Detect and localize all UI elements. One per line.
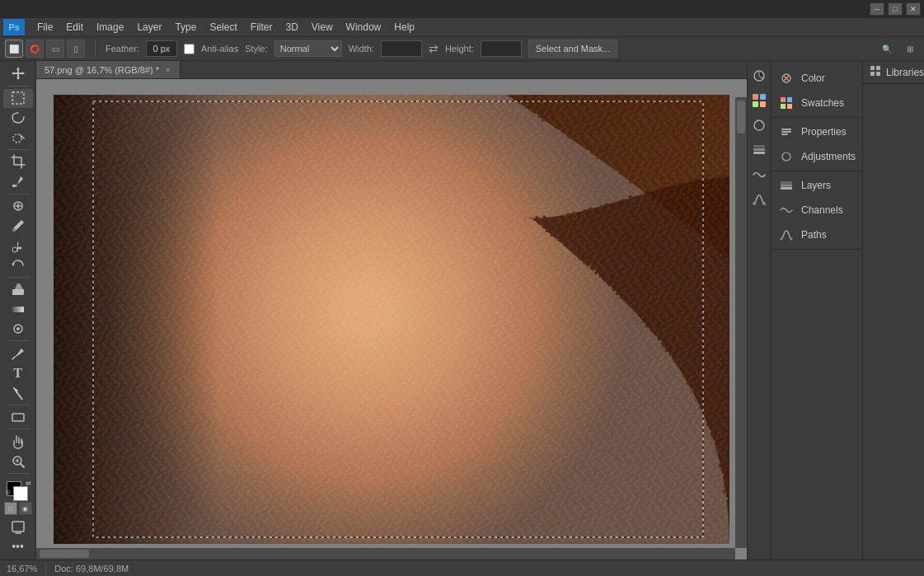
marquee-ellipse-btn[interactable]: ⭕ — [26, 40, 44, 58]
height-input[interactable] — [481, 40, 522, 57]
tool-type[interactable]: T — [3, 363, 33, 382]
menu-window[interactable]: Window — [340, 20, 387, 35]
menubar: Ps File Edit Image Layer Type Select Fil… — [0, 18, 924, 36]
menu-edit[interactable]: Edit — [60, 20, 89, 35]
panel-icon-paths[interactable] — [748, 188, 771, 211]
menu-layer[interactable]: Layer — [131, 20, 167, 35]
svg-rect-12 — [12, 522, 24, 532]
tool-eyedropper[interactable] — [3, 172, 33, 191]
panel-icon-layers[interactable] — [748, 138, 771, 162]
tool-pen[interactable] — [3, 344, 33, 363]
tool-zoom[interactable] — [3, 452, 33, 471]
width-input[interactable] — [381, 40, 422, 57]
tool-brush[interactable] — [3, 216, 33, 235]
panel-layout-icon[interactable]: ⊞ — [901, 40, 919, 58]
panel-row-channels[interactable]: Channels — [772, 198, 862, 222]
tool-quick-select[interactable] — [3, 128, 33, 147]
marquee-rect-btn[interactable]: ⬜ — [5, 40, 23, 58]
paths-label: Paths — [801, 229, 827, 241]
tool-dodge[interactable] — [3, 320, 33, 339]
marquee-col-btn[interactable]: ▯ — [67, 40, 85, 58]
scroll-thumb-horizontal[interactable] — [40, 550, 89, 558]
libraries-header[interactable]: Libraries ▲ — [863, 61, 924, 84]
panel-row-adjustments[interactable]: Adjustments — [772, 144, 862, 169]
tool-history-brush[interactable] — [3, 255, 33, 274]
svg-point-9 — [16, 327, 20, 330]
panel-icon-adjustments[interactable] — [748, 114, 771, 137]
panel-row-paths[interactable]: Paths — [772, 222, 862, 247]
menu-file[interactable]: File — [31, 20, 59, 35]
minimize-button[interactable]: ─ — [870, 2, 884, 16]
menu-type[interactable]: Type — [169, 20, 202, 35]
scroll-thumb-vertical[interactable] — [737, 101, 745, 133]
panel-icons-strip — [748, 61, 772, 560]
horizontal-scrollbar[interactable] — [36, 548, 735, 560]
app-logo: Ps — [3, 19, 25, 35]
style-label: Style: — [245, 44, 268, 54]
panel-row-properties[interactable]: Properties — [772, 119, 862, 144]
feather-input[interactable] — [146, 40, 177, 57]
color-label: Color — [801, 73, 825, 84]
svg-rect-7 — [12, 307, 24, 312]
menu-select[interactable]: Select — [204, 20, 242, 35]
canvas-scroll[interactable] — [36, 79, 747, 560]
quick-mask-btn[interactable]: ◉ — [19, 502, 32, 515]
close-button[interactable]: ✕ — [906, 2, 921, 16]
tool-marquee-rect[interactable] — [3, 89, 33, 108]
vertical-scrollbar[interactable] — [735, 97, 747, 548]
reset-colors-icon[interactable]: ⊙ — [5, 489, 11, 496]
svg-rect-31 — [781, 133, 788, 135]
panel-icon-channels[interactable] — [748, 163, 771, 186]
fg-bg-colors[interactable]: ⊙ ⇄ — [3, 478, 33, 498]
image-canvas[interactable] — [54, 95, 729, 544]
channels-label: Channels — [801, 204, 843, 216]
menu-image[interactable]: Image — [91, 20, 129, 35]
style-select[interactable]: Normal Fixed Ratio Fixed Size — [274, 40, 342, 57]
tool-screen-mode[interactable] — [3, 517, 33, 536]
tool-lasso[interactable] — [3, 109, 33, 128]
mask-buttons: □ ◉ — [2, 500, 34, 517]
swap-colors-icon[interactable]: ⇄ — [26, 480, 31, 487]
svg-point-4 — [12, 228, 16, 232]
background-color[interactable] — [13, 486, 28, 501]
panel-row-layers[interactable]: Layers — [772, 173, 862, 198]
panel-row-swatches[interactable]: Swatches — [772, 91, 862, 115]
tool-rectangle[interactable] — [3, 408, 33, 427]
svg-rect-30 — [781, 131, 791, 133]
restore-button[interactable]: □ — [888, 2, 903, 16]
tool-healing[interactable] — [3, 197, 33, 216]
main-area: T ⊙ ⇄ □ ◉ — [0, 61, 924, 560]
tool-eraser[interactable] — [3, 280, 33, 299]
antialias-checkbox[interactable] — [184, 44, 195, 54]
tool-separator4 — [7, 277, 30, 278]
svg-rect-34 — [781, 185, 792, 187]
standard-mode-btn[interactable]: □ — [4, 502, 17, 515]
search-icon[interactable]: 🔍 — [878, 40, 896, 58]
menu-filter[interactable]: Filter — [245, 20, 279, 35]
tool-clone-stamp[interactable] — [3, 236, 33, 255]
doc-size: Doc: 69,8M/69,8M — [54, 564, 129, 574]
menu-help[interactable]: Help — [388, 20, 420, 35]
panel-icon-swatches[interactable] — [748, 89, 771, 112]
menu-3d[interactable]: 3D — [279, 20, 303, 35]
select-mask-button[interactable]: Select and Mask... — [528, 40, 618, 58]
panel-section-properties-adjustments: Properties Adjustments — [772, 118, 862, 171]
panel-icon-color[interactable] — [748, 64, 771, 87]
menu-view[interactable]: View — [306, 20, 339, 35]
tool-path-select[interactable] — [3, 383, 33, 402]
svg-rect-15 — [760, 94, 766, 100]
properties-label: Properties — [801, 126, 847, 138]
options-bar: ⬜ ⭕ ▭ ▯ Feather: Anti-alias Style: Norma… — [0, 36, 924, 61]
tool-separator6 — [7, 405, 30, 405]
svg-point-5 — [12, 247, 17, 252]
tool-move[interactable] — [3, 64, 33, 83]
tool-hand[interactable] — [3, 432, 33, 451]
tool-more[interactable]: ••• — [3, 537, 33, 556]
tool-crop[interactable] — [3, 152, 33, 171]
tool-gradient[interactable] — [3, 300, 33, 319]
panel-row-color[interactable]: Color — [772, 66, 862, 91]
tab-close-btn[interactable]: × — [164, 65, 171, 75]
document-tab[interactable]: 57.png @ 16,7% (RGB/8#) * × — [36, 61, 181, 78]
marquee-row-btn[interactable]: ▭ — [46, 40, 64, 58]
swap-icon[interactable]: ⇄ — [429, 42, 439, 55]
